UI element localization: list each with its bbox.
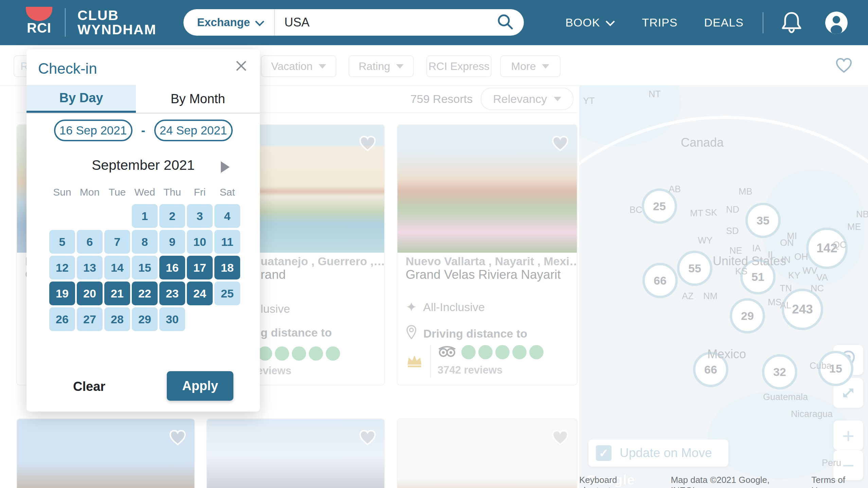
nav-book[interactable]: BOOK — [565, 16, 613, 29]
end-date-pill[interactable]: 24 Sep 2021 — [154, 120, 233, 141]
start-date-pill[interactable]: 16 Sep 2021 — [54, 120, 132, 141]
calendar-day[interactable]: 21 — [104, 282, 130, 305]
calendar-day[interactable]: 10 — [187, 230, 213, 254]
calendar-blank — [104, 204, 130, 228]
brand-divider — [65, 8, 66, 37]
calendar-day[interactable]: 22 — [132, 282, 158, 305]
calendar-day[interactable]: 13 — [77, 256, 103, 279]
calendar-day[interactable]: 8 — [132, 230, 158, 254]
brand-line-2: WYNDHAM — [77, 22, 157, 37]
calendar-day[interactable]: 25 — [214, 282, 240, 305]
nav-deals-label: DEALS — [704, 16, 744, 29]
tab-by-day-label: By Day — [59, 91, 103, 105]
brand-line-1: CLUB — [77, 8, 157, 22]
notifications-bell-icon[interactable] — [780, 10, 803, 35]
calendar-day[interactable]: 12 — [49, 256, 75, 279]
calendar-day[interactable]: 4 — [214, 204, 240, 228]
calendar-blank — [49, 204, 75, 228]
search-input[interactable] — [275, 15, 496, 30]
search-icon[interactable] — [496, 13, 514, 32]
app-root: RCI CLUB WYNDHAM Exchange BOOK TRIPS — [0, 0, 868, 488]
tab-by-month-label: By Month — [171, 92, 225, 106]
calendar-day[interactable]: 16 — [159, 256, 185, 279]
end-date-label: 24 Sep 2021 — [160, 124, 227, 137]
calendar-day[interactable]: 3 — [187, 204, 213, 228]
weekday-label: Sat — [214, 186, 240, 198]
calendar-day[interactable]: 17 — [187, 256, 213, 279]
calendar-day[interactable]: 11 — [214, 230, 240, 254]
nav-links: BOOK TRIPS DEALS — [565, 0, 868, 45]
weekday-label: Tue — [104, 186, 130, 198]
terms-of-use-link[interactable]: Terms of Use — [811, 475, 863, 488]
calendar-day[interactable]: 6 — [77, 230, 103, 254]
rci-logo-icon — [26, 7, 52, 21]
modal-tabs: By Day By Month — [26, 85, 260, 113]
close-icon[interactable] — [235, 59, 248, 72]
calendar-blank — [214, 307, 240, 331]
calendar-grid: 1234567891011121314151617181920212223242… — [49, 204, 240, 331]
calendar-day[interactable]: 2 — [159, 204, 185, 228]
weekday-label: Wed — [132, 186, 158, 198]
nav-deals[interactable]: DEALS — [704, 16, 744, 29]
nav-trips[interactable]: TRIPS — [642, 16, 677, 29]
calendar-day[interactable]: 7 — [104, 230, 130, 254]
rci-logo-text[interactable]: RCI — [26, 20, 52, 36]
calendar-day[interactable]: 28 — [104, 307, 130, 331]
chevron-down-icon — [255, 17, 264, 26]
calendar-day[interactable]: 24 — [187, 282, 213, 305]
tab-by-day[interactable]: By Day — [26, 85, 136, 113]
apply-button[interactable]: Apply — [167, 371, 233, 401]
weekday-label: Sun — [49, 186, 75, 198]
club-wyndham-logo[interactable]: CLUB WYNDHAM — [77, 8, 157, 37]
weekday-label: Mon — [77, 186, 103, 198]
calendar-day[interactable]: 15 — [132, 256, 158, 279]
apply-button-label: Apply — [182, 379, 218, 393]
calendar-day[interactable]: 30 — [159, 307, 185, 331]
calendar-day[interactable]: 5 — [49, 230, 75, 254]
top-navbar: RCI CLUB WYNDHAM Exchange BOOK TRIPS — [0, 0, 868, 45]
clear-button[interactable]: Clear — [73, 379, 105, 394]
calendar-day[interactable]: 23 — [159, 282, 185, 305]
calendar-day[interactable]: 27 — [77, 307, 103, 331]
weekday-label: Fri — [187, 186, 213, 198]
calendar-day[interactable]: 26 — [49, 307, 75, 331]
search-scope-dropdown[interactable]: Exchange — [183, 16, 274, 29]
check-in-modal: Check-in By Day By Month 16 Sep 2021 - 2… — [26, 49, 260, 412]
calendar-day[interactable]: 14 — [104, 256, 130, 279]
keyboard-shortcuts-link[interactable]: Keyboard shortcuts — [579, 475, 655, 488]
map-attribution: Keyboard shortcuts Map data ©2021 Google… — [579, 475, 868, 488]
calendar-blank — [77, 204, 103, 228]
nav-trips-label: TRIPS — [642, 16, 677, 29]
start-date-label: 16 Sep 2021 — [59, 124, 127, 137]
calendar-day[interactable]: 29 — [132, 307, 158, 331]
modal-title: Check-in — [38, 60, 97, 77]
nav-book-label: BOOK — [565, 16, 600, 29]
date-range-row: 16 Sep 2021 - 24 Sep 2021 — [26, 120, 260, 141]
search-scope-label: Exchange — [197, 16, 250, 29]
search-bar: Exchange — [183, 9, 524, 36]
account-avatar-icon[interactable] — [825, 12, 848, 34]
weekday-header-row: SunMonTueWedThuFriSat — [49, 186, 240, 198]
next-month-icon[interactable] — [221, 161, 230, 173]
calendar-day[interactable]: 18 — [214, 256, 240, 279]
calendar-day[interactable]: 19 — [49, 282, 75, 305]
tab-by-month[interactable]: By Month — [136, 85, 260, 113]
chevron-down-icon — [606, 17, 615, 26]
map-data-text: Map data ©2021 Google, INEGI — [671, 475, 796, 488]
nav-divider — [763, 12, 763, 33]
weekday-label: Thu — [159, 186, 185, 198]
calendar-day[interactable]: 9 — [159, 230, 185, 254]
calendar-day[interactable]: 1 — [132, 204, 158, 228]
calendar-day[interactable]: 20 — [77, 282, 103, 305]
calendar-blank — [187, 307, 213, 331]
date-separator: - — [141, 123, 145, 138]
